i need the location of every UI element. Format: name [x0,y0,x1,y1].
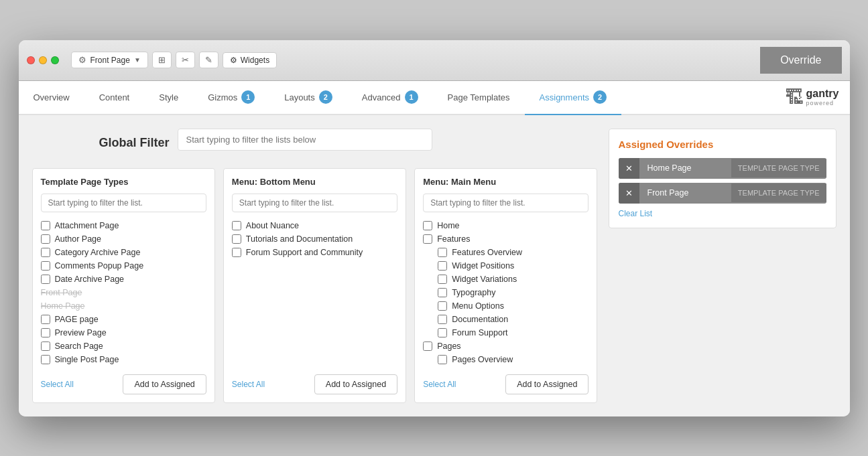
tab-style[interactable]: Style [144,81,193,115]
edit-button[interactable]: ✎ [199,52,219,68]
bottom-menu-select-all[interactable]: Select All [232,380,265,389]
assigned-front-page-type: TEMPLATE PAGE TYPE [731,183,826,202]
tab-gizmos-label: Gizmos [208,92,237,102]
left-section: Global Filter Template Page Types Attach… [32,129,598,403]
list-item: Date Archive Page [41,273,206,286]
main-window: ⚙ Front Page ▼ ⊞ ✂ ✎ ⚙ Widgets Override … [19,40,850,416]
global-filter-input[interactable] [178,129,432,151]
comments-popup-checkbox[interactable] [41,261,50,271]
widgets-label: Widgets [241,56,269,65]
main-menu-filter[interactable] [423,194,588,212]
list-item: Forum Support and Community [232,246,397,259]
forum-support-label: Forum Support and Community [246,248,363,257]
list-item: Front Page [41,286,206,299]
tab-overview[interactable]: Overview [19,81,84,115]
tab-page-templates[interactable]: Page Templates [433,81,525,115]
main-menu-title: Menu: Main Menu [423,177,588,187]
main-menu-add-button[interactable]: Add to Assigned [505,374,588,394]
scissors-button[interactable]: ✂ [176,52,195,68]
pages-overview-checkbox[interactable] [438,355,447,364]
logo-icon: 🏗 [785,86,804,108]
advanced-badge: 1 [405,90,418,104]
tab-advanced[interactable]: Advanced 1 [347,81,433,115]
single-post-checkbox[interactable] [41,355,50,364]
copy-button[interactable]: ⊞ [152,52,172,68]
tab-gizmos[interactable]: Gizmos 1 [193,81,269,115]
logo-sub: powered [806,100,839,106]
preview-page-checkbox[interactable] [41,328,50,337]
template-select-all[interactable]: Select All [41,380,74,389]
assigned-overrides-panel: Assigned Overrides ✕ Home Page TEMPLATE … [609,129,836,228]
main-menu-items: Home Features Features Overview Wid [423,219,588,366]
date-archive-checkbox[interactable] [41,275,50,284]
documentation-checkbox[interactable] [438,315,447,324]
list-item: Category Archive Page [41,246,206,259]
main-menu-column: Menu: Main Menu Home Features [414,168,597,403]
list-item: Typography [423,286,588,299]
list-item: PAGE page [41,313,206,326]
template-page-types-column: Template Page Types Attachment Page Auth… [32,168,215,403]
pages-overview-label: Pages Overview [452,355,513,364]
widget-variations-checkbox[interactable] [438,275,447,284]
home-checkbox[interactable] [423,221,432,230]
gizmos-badge: 1 [241,90,255,104]
features-overview-checkbox[interactable] [438,248,447,257]
forum-support-checkbox[interactable] [232,248,241,257]
tab-assignments-label: Assignments [540,92,589,102]
typography-label: Typography [452,288,495,297]
bottom-menu-filter[interactable] [232,194,397,212]
page-page-checkbox[interactable] [41,315,50,324]
close-button[interactable] [27,56,35,64]
list-item: Home Page [41,299,206,313]
tab-layouts[interactable]: Layouts 2 [269,81,347,115]
bottom-menu-add-button[interactable]: Add to Assigned [314,374,397,394]
tab-content-label: Content [99,92,130,102]
widgets-button[interactable]: ⚙ Widgets [223,52,277,68]
maximize-button[interactable] [51,56,59,64]
category-archive-checkbox[interactable] [41,248,50,257]
forum-support-main-checkbox[interactable] [438,328,447,337]
template-page-types-filter[interactable] [41,194,206,212]
search-page-checkbox[interactable] [41,341,50,351]
override-button[interactable]: Override [760,47,841,74]
layouts-badge: 2 [319,90,332,104]
tutorials-label: Tutorials and Documentation [246,234,353,244]
list-item: Attachment Page [41,219,206,232]
template-page-types-items: Attachment Page Author Page Category Arc… [41,219,206,366]
tab-content[interactable]: Content [84,81,145,115]
template-page-types-footer: Select All Add to Assigned [41,374,206,394]
date-archive-label: Date Archive Page [55,275,125,284]
front-page-dropdown[interactable]: ⚙ Front Page ▼ [71,52,148,68]
widget-positions-checkbox[interactable] [438,261,447,271]
remove-front-page-button[interactable]: ✕ [619,183,639,204]
list-item: About Nuance [232,219,397,232]
list-item: Home [423,219,588,232]
main-menu-select-all[interactable]: Select All [423,380,456,389]
template-add-button[interactable]: Add to Assigned [123,374,206,394]
dropdown-label: Front Page [90,56,130,65]
list-item: Search Page [41,339,206,353]
attachment-page-checkbox[interactable] [41,221,50,230]
remove-home-page-button[interactable]: ✕ [619,158,639,179]
list-item: Preview Page [41,326,206,339]
tutorials-checkbox[interactable] [232,234,241,244]
bottom-menu-column: Menu: Bottom Menu About Nuance Tutorials… [223,168,406,403]
columns: Template Page Types Attachment Page Auth… [32,168,598,403]
global-filter-label: Global Filter [99,136,170,150]
typography-checkbox[interactable] [438,288,447,297]
pages-checkbox[interactable] [423,341,432,351]
about-nuance-checkbox[interactable] [232,221,241,230]
tab-assignments[interactable]: Assignments 2 [525,81,621,115]
template-page-types-title: Template Page Types [41,177,206,187]
tab-page-templates-label: Page Templates [448,92,510,102]
category-archive-label: Category Archive Page [55,248,141,257]
global-filter: Global Filter [32,129,598,157]
widget-positions-label: Widget Positions [452,261,514,271]
minimize-button[interactable] [39,56,47,64]
menu-options-checkbox[interactable] [438,301,447,311]
author-page-checkbox[interactable] [41,234,50,244]
assigned-item-front: ✕ Front Page TEMPLATE PAGE TYPE [619,183,826,204]
clear-list-link[interactable]: Clear List [619,209,826,218]
features-checkbox[interactable] [423,234,432,244]
list-item: Author Page [41,232,206,246]
